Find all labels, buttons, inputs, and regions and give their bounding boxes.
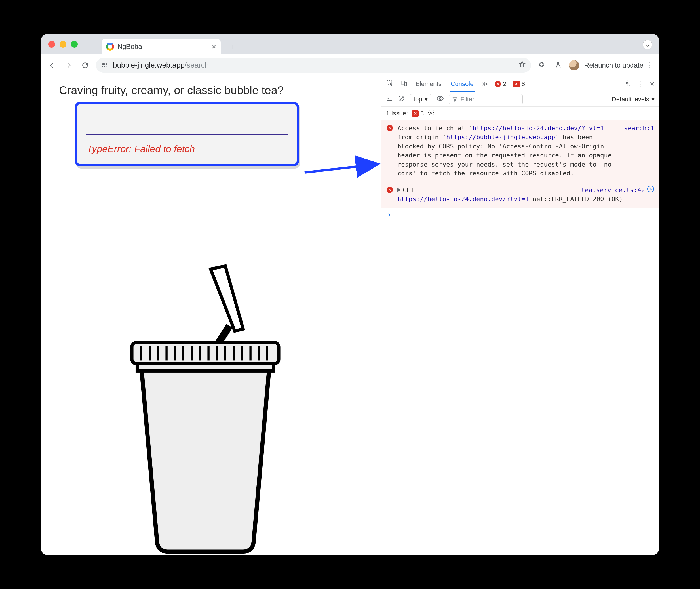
- url-text: bubble-jingle.web.app/search: [113, 61, 514, 69]
- console-log: ✕ Access to fetch at 'https://hello-io-2…: [382, 120, 659, 555]
- issue-count-badge[interactable]: ✕8: [513, 80, 525, 88]
- svg-point-3: [106, 66, 107, 67]
- clear-console-icon[interactable]: [398, 95, 405, 104]
- svg-rect-23: [137, 364, 274, 371]
- issues-label: 1 Issue:: [386, 110, 408, 117]
- maximize-window-button[interactable]: [71, 41, 78, 48]
- chrome-menu-icon[interactable]: ⋮: [646, 61, 654, 69]
- devtools-menu-icon[interactable]: ⋮: [637, 80, 643, 88]
- close-tab-icon[interactable]: ×: [212, 42, 216, 51]
- console-prompt[interactable]: ›: [382, 208, 659, 222]
- relaunch-button[interactable]: Relaunch to update ⋮: [584, 61, 654, 69]
- network-badge-icon[interactable]: ⇅: [647, 186, 654, 192]
- new-tab-button[interactable]: ＋: [226, 40, 238, 53]
- more-tabs-icon[interactable]: ≫: [481, 80, 488, 88]
- issues-settings-icon[interactable]: [428, 109, 435, 118]
- issues-row: 1 Issue: ✕8: [382, 107, 659, 120]
- console-error-entry[interactable]: ✕ ▶GET tea.service.ts:42 ⇅ https://hello…: [382, 182, 659, 208]
- svg-point-27: [626, 82, 628, 84]
- console-sidebar-toggle-icon[interactable]: [386, 95, 393, 104]
- console-error-entry[interactable]: ✕ Access to fetch at 'https://hello-io-2…: [382, 120, 659, 182]
- tab-strip: NgBoba × ＋ ⌄: [41, 34, 659, 54]
- extensions-icon[interactable]: [536, 59, 547, 71]
- console-toolbar: top▾ Filter Default levels▾: [382, 92, 659, 107]
- annotation-arrow: [305, 161, 381, 196]
- close-window-button[interactable]: [48, 41, 55, 48]
- browser-tab[interactable]: NgBoba ×: [101, 39, 221, 54]
- svg-point-32: [439, 97, 441, 99]
- error-icon: ✕: [387, 125, 394, 178]
- labs-icon[interactable]: [552, 59, 564, 71]
- devtools-panel: Elements Console ≫ ✕2 ✕8 ⋮ ✕ top▾: [381, 76, 659, 555]
- device-mode-icon[interactable]: [400, 79, 408, 88]
- bookmark-star-icon[interactable]: [518, 60, 526, 70]
- devtools-tab-bar: Elements Console ≫ ✕2 ✕8 ⋮ ✕: [382, 76, 659, 92]
- svg-rect-6: [132, 343, 279, 364]
- window-menu-button[interactable]: ⌄: [643, 40, 652, 49]
- svg-rect-1: [102, 66, 105, 67]
- console-filter-input[interactable]: Filter: [449, 94, 523, 105]
- browser-window: NgBoba × ＋ ⌄ bubble-jingle.web.ap: [41, 34, 659, 555]
- svg-line-4: [305, 164, 378, 173]
- tab-elements[interactable]: Elements: [414, 76, 443, 91]
- devtools-close-icon[interactable]: ✕: [650, 80, 655, 88]
- minimize-window-button[interactable]: [59, 41, 66, 48]
- page-heading: Craving fruity, creamy, or classic bubbl…: [59, 84, 381, 97]
- svg-rect-0: [102, 63, 105, 65]
- forward-button[interactable]: [63, 59, 74, 71]
- inspect-element-icon[interactable]: [386, 79, 394, 88]
- error-icon: ✕: [387, 187, 394, 204]
- live-expression-icon[interactable]: [437, 95, 444, 104]
- search-input[interactable]: [86, 109, 288, 135]
- issues-badge[interactable]: ✕8: [412, 110, 424, 117]
- expand-triangle-icon[interactable]: ▶: [397, 185, 401, 194]
- profile-avatar[interactable]: [569, 60, 579, 70]
- webpage-viewport: Craving fruity, creamy, or classic bubbl…: [41, 76, 381, 555]
- tab-console[interactable]: Console: [450, 76, 475, 91]
- back-button[interactable]: [46, 59, 58, 71]
- failed-request-url-link[interactable]: https://hello-io-24.deno.dev/?lvl=1: [397, 195, 529, 203]
- cors-origin-url-link[interactable]: https://bubble-jingle.web.app: [446, 134, 555, 141]
- source-link[interactable]: search:1: [624, 124, 654, 178]
- svg-point-2: [106, 63, 107, 65]
- angular-favicon-icon: [106, 42, 114, 50]
- cors-fetch-url-link[interactable]: https://hello-io-24.deno.dev/?lvl=1: [473, 125, 604, 132]
- relaunch-label: Relaunch to update: [584, 61, 643, 69]
- svg-point-33: [430, 112, 432, 114]
- svg-line-31: [400, 97, 403, 100]
- context-selector[interactable]: top▾: [410, 94, 431, 105]
- reload-button[interactable]: [79, 59, 91, 71]
- source-link[interactable]: tea.service.ts:42: [581, 186, 645, 195]
- devtools-settings-icon[interactable]: [624, 79, 631, 88]
- tab-title: NgBoba: [118, 42, 142, 50]
- error-message: TypeError: Failed to fetch: [77, 135, 297, 164]
- address-bar: bubble-jingle.web.app/search Relaunch to…: [41, 54, 659, 76]
- boba-cup-illustration: [100, 263, 310, 555]
- log-levels-selector[interactable]: Default levels▾: [612, 95, 655, 103]
- text-caret: [87, 114, 87, 127]
- search-card: TypeError: Failed to fetch: [75, 102, 299, 166]
- window-controls: [48, 41, 78, 48]
- error-count-badge[interactable]: ✕2: [495, 80, 506, 88]
- omnibox[interactable]: bubble-jingle.web.app/search: [96, 58, 531, 73]
- site-settings-icon[interactable]: [101, 61, 109, 69]
